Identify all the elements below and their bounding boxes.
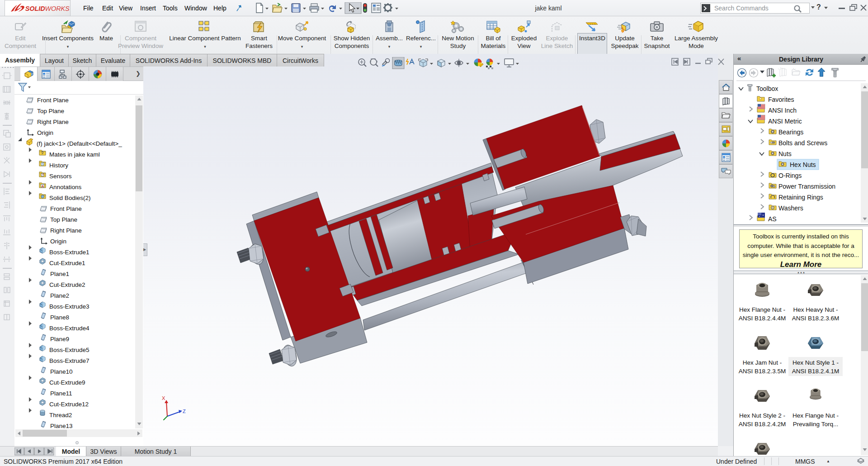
svg-text:Cut-Extrude9: Cut-Extrude9 bbox=[49, 379, 85, 386]
svg-text:Right Plane: Right Plane bbox=[50, 227, 82, 234]
svg-text:Origin: Origin bbox=[50, 238, 66, 245]
svg-text:Hex Nut Style 2 -ANSI B18.2.4.: Hex Nut Style 2 -ANSI B18.2.4.2M bbox=[739, 412, 786, 428]
svg-text:Cut-Extrude12: Cut-Extrude12 bbox=[49, 401, 89, 408]
svg-text:Sensors: Sensors bbox=[49, 173, 72, 180]
svg-text:Toolbox: Toolbox bbox=[756, 85, 778, 92]
svg-text:Front Plane: Front Plane bbox=[37, 97, 69, 104]
svg-text:ANSI Metric: ANSI Metric bbox=[768, 118, 802, 125]
svg-text:Cut-Extrude1: Cut-Extrude1 bbox=[49, 260, 85, 266]
svg-text:Boss-Extrude4: Boss-Extrude4 bbox=[49, 325, 90, 332]
svg-text:History: History bbox=[49, 162, 68, 169]
svg-text:(f) jack<1> (Default<<Default>: (f) jack<1> (Default<<Default>_ bbox=[37, 140, 122, 147]
svg-text:Boss-Extrude1: Boss-Extrude1 bbox=[49, 249, 90, 256]
svg-text:Top Plane: Top Plane bbox=[50, 216, 77, 223]
svg-text:Plane11: Plane11 bbox=[50, 390, 72, 397]
svg-text:Plane1: Plane1 bbox=[50, 271, 69, 277]
svg-text:Hex Flange Nut -ANSI B18.2.4.4: Hex Flange Nut -ANSI B18.2.4.4M bbox=[739, 306, 786, 322]
svg-text:Hex Heavy Nut -ANSI B18.2.3.6M: Hex Heavy Nut -ANSI B18.2.3.6M bbox=[792, 306, 839, 322]
svg-text:Right Plane: Right Plane bbox=[37, 119, 69, 125]
svg-text:Thread2: Thread2 bbox=[49, 412, 72, 418]
svg-text:Boss-Extrude3: Boss-Extrude3 bbox=[49, 303, 90, 310]
svg-text:Bearings: Bearings bbox=[778, 128, 803, 136]
svg-text:Retaining Rings: Retaining Rings bbox=[778, 194, 823, 201]
svg-text:X: X bbox=[162, 395, 165, 401]
svg-text:Plane13: Plane13 bbox=[50, 423, 73, 429]
svg-text:A: A bbox=[42, 184, 44, 188]
svg-text:Bolts and Screws: Bolts and Screws bbox=[778, 139, 827, 147]
svg-text:Hex Flange Nut -Prevailing Tor: Hex Flange Nut -Prevailing Torq... bbox=[793, 412, 839, 428]
svg-text:ANSI Inch: ANSI Inch bbox=[768, 107, 797, 114]
svg-text:Origin: Origin bbox=[37, 129, 53, 136]
svg-text:AS: AS bbox=[768, 215, 777, 223]
svg-text:Plane8: Plane8 bbox=[50, 314, 69, 321]
svg-text:Washers: Washers bbox=[778, 204, 803, 212]
svg-text:Hex Nuts: Hex Nuts bbox=[790, 161, 816, 168]
svg-text:Plane2: Plane2 bbox=[50, 292, 69, 299]
svg-text:O-Rings: O-Rings bbox=[778, 172, 802, 179]
svg-text:Nuts: Nuts bbox=[778, 150, 792, 157]
svg-text:Front Plane: Front Plane bbox=[50, 205, 82, 212]
svg-text:Cut-Extrude2: Cut-Extrude2 bbox=[49, 281, 85, 288]
svg-text:Z: Z bbox=[183, 409, 186, 414]
svg-text:Plane10: Plane10 bbox=[50, 368, 73, 375]
svg-text:Top Plane: Top Plane bbox=[37, 108, 64, 114]
svg-text:Hex Jam Nut -ANSI B18.2.3.5M: Hex Jam Nut -ANSI B18.2.3.5M bbox=[739, 359, 786, 375]
svg-text:Power Transmission: Power Transmission bbox=[778, 183, 835, 190]
svg-text:SOLID: SOLID bbox=[25, 5, 45, 12]
svg-text:Boss-Extrude5: Boss-Extrude5 bbox=[49, 347, 90, 353]
svg-text:WORKS: WORKS bbox=[45, 5, 70, 12]
svg-text:Solid Bodies(2): Solid Bodies(2) bbox=[49, 195, 91, 201]
svg-text:Plane9: Plane9 bbox=[50, 336, 69, 342]
svg-text:Annotations: Annotations bbox=[49, 184, 82, 190]
svg-text:Mates in jake kaml: Mates in jake kaml bbox=[49, 151, 100, 158]
svg-text:Favorites: Favorites bbox=[768, 96, 794, 103]
svg-text:Boss-Extrude7: Boss-Extrude7 bbox=[49, 357, 90, 364]
